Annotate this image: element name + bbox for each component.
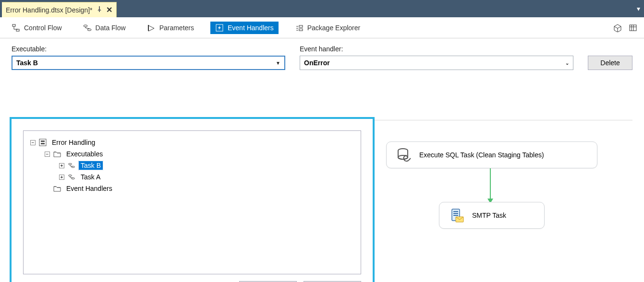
control-flow-icon (12, 24, 20, 32)
close-icon[interactable]: ✕ (106, 5, 112, 14)
svg-rect-13 (453, 213, 458, 214)
flow-node-label: Execute SQL Task (Clean Staging Tables) (419, 151, 544, 159)
svg-point-3 (87, 29, 91, 31)
package-explorer-icon (295, 24, 304, 32)
database-icon (396, 147, 413, 163)
svg-rect-18 (41, 143, 45, 144)
tree-row-executables[interactable]: − Executables (30, 148, 354, 160)
svg-point-2 (84, 25, 87, 27)
tab-event-handlers[interactable]: Event Handlers (210, 22, 279, 34)
folder-icon (53, 150, 61, 158)
svg-rect-17 (41, 141, 45, 142)
document-tab[interactable]: Error Handling.dtsx [Design]* ✕ (2, 2, 117, 17)
mail-server-icon (449, 207, 465, 223)
flow-node-smtp[interactable]: SMTP Task (439, 202, 545, 229)
document-tab-title: Error Handling.dtsx [Design]* (6, 6, 93, 14)
executable-label: Executable: (12, 45, 285, 53)
tree-row-task-a[interactable]: + Task A (30, 171, 354, 183)
tree-label: Event Handlers (64, 184, 114, 193)
expand-icon[interactable]: + (59, 175, 64, 180)
delete-button[interactable]: Delete (588, 56, 632, 70)
flow-arrow (490, 168, 491, 203)
tab-label: Parameters (159, 24, 194, 32)
executable-tree[interactable]: − Error Handling − Executables + (23, 130, 361, 274)
flow-node-execute-sql[interactable]: Execute SQL Task (Clean Staging Tables) (386, 141, 597, 168)
data-flow-task-icon (67, 173, 76, 181)
package-node-icon (38, 139, 47, 146)
flow-node-label: SMTP Task (472, 212, 506, 219)
tab-parameters[interactable]: Parameters (142, 22, 199, 34)
svg-rect-7 (299, 29, 303, 31)
collapse-icon[interactable]: − (45, 152, 50, 157)
executable-tree-popup: − Error Handling − Executables + (10, 117, 375, 282)
tab-package-explorer[interactable]: Package Explorer (290, 22, 365, 34)
svg-rect-1 (16, 29, 19, 31)
chevron-down-icon: ▼ (276, 60, 280, 66)
delete-button-label: Delete (600, 59, 620, 67)
folder-icon (53, 185, 61, 192)
chevron-down-icon[interactable]: ▾ (637, 5, 640, 12)
window-titlebar: Error Handling.dtsx [Design]* ✕ ▾ (0, 0, 644, 17)
tree-label: Task A (79, 173, 102, 181)
event-handler-label: Event handler: (300, 45, 573, 53)
collapse-icon[interactable]: − (30, 140, 36, 145)
event-handler-dropdown[interactable]: OnError ⌄ (300, 56, 573, 70)
variables-icon[interactable] (629, 24, 637, 32)
svg-rect-14 (453, 215, 458, 216)
tab-label: Package Explorer (307, 24, 361, 32)
svg-rect-4 (148, 25, 149, 31)
chevron-down-icon: ⌄ (565, 60, 569, 66)
data-flow-icon (83, 24, 92, 32)
svg-rect-0 (12, 24, 15, 26)
tree-row-task-b[interactable]: + Task B (30, 160, 354, 171)
tab-label: Data Flow (96, 24, 126, 32)
event-handler-value: OnError (304, 59, 330, 67)
svg-rect-12 (453, 211, 458, 212)
tree-label: Executables (64, 150, 105, 158)
svg-rect-6 (299, 25, 303, 27)
data-flow-task-icon (67, 162, 76, 169)
tab-control-flow[interactable]: Control Flow (7, 22, 67, 34)
package-icon[interactable] (613, 24, 622, 32)
event-handlers-icon (215, 24, 224, 32)
tree-label: Error Handling (50, 138, 97, 147)
executable-dropdown[interactable]: Task B ▼ (12, 56, 285, 70)
svg-rect-8 (630, 25, 636, 31)
design-tabs-toolbar: Control Flow Data Flow Parameters Event … (0, 17, 644, 38)
tab-label: Control Flow (24, 24, 62, 32)
svg-rect-16 (39, 139, 46, 146)
executable-value: Task B (16, 59, 38, 67)
pin-icon[interactable] (97, 6, 102, 14)
tree-label: Task B (79, 161, 103, 170)
tab-data-flow[interactable]: Data Flow (78, 22, 131, 34)
tree-row-root[interactable]: − Error Handling (30, 137, 354, 148)
tree-row-event-handlers[interactable]: Event Handlers (30, 183, 354, 194)
tab-label: Event Handlers (228, 24, 274, 32)
parameters-icon (147, 24, 156, 32)
expand-icon[interactable]: + (59, 163, 64, 168)
